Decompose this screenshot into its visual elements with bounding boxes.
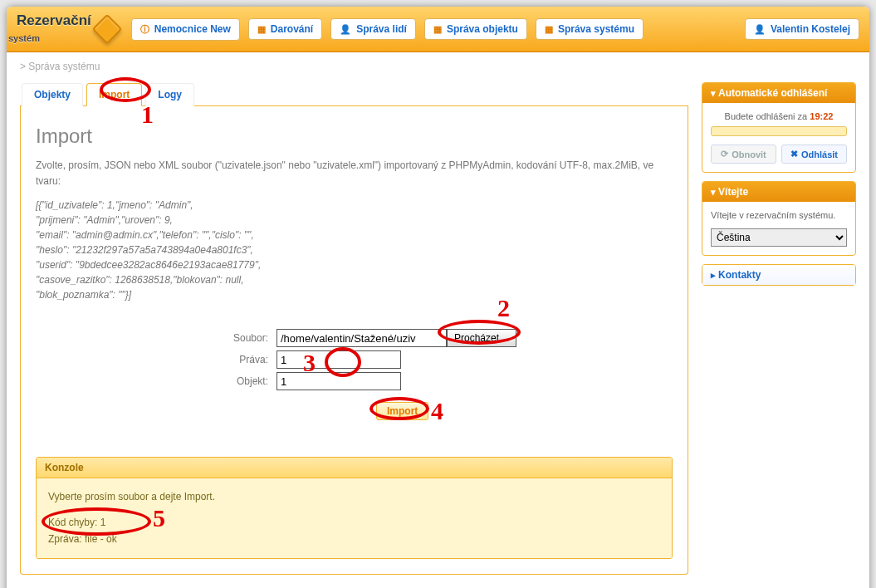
close-icon: ✖	[790, 149, 798, 159]
panel-kontakty-header[interactable]: Kontakty	[702, 265, 855, 285]
annotation-number-4: 4	[431, 397, 443, 425]
import-button[interactable]: Import	[376, 402, 428, 420]
logo-diamond-icon	[91, 14, 122, 45]
page-title: Import	[36, 125, 673, 148]
panel-logout: Automatické odhlášení Budete odhlášeni z…	[702, 82, 856, 173]
logout-time: 19:22	[810, 111, 833, 121]
nav-sprava-objektu[interactable]: ▦Správa objektu	[424, 18, 527, 40]
konzole-line-3: Zpráva: file - ok	[48, 531, 660, 547]
panel-kontakty: Kontakty	[702, 264, 856, 286]
row-objekt: Objekt:	[36, 372, 673, 390]
refresh-icon: ⟳	[721, 149, 728, 159]
label-soubor: Soubor:	[36, 332, 277, 344]
panel-welcome: Vítejte Vítejte v rezervačním systému. Č…	[702, 181, 856, 256]
label-objekt: Objekt:	[36, 375, 277, 387]
person-icon: 👤	[340, 24, 351, 35]
browse-button[interactable]: Procházet…	[447, 329, 516, 347]
logo-line2: systém	[8, 33, 40, 43]
top-nav: Rezervační systém ⓘNemocnice New ▦Darová…	[7, 7, 869, 52]
nav-darovani[interactable]: ▦Darování	[248, 18, 322, 40]
input-soubor-path[interactable]	[277, 329, 447, 347]
logout-progress	[711, 126, 847, 136]
welcome-text: Vítejte v rezervačním systému.	[711, 210, 847, 220]
logout-text: Budete odhlášeni za 19:22	[711, 111, 847, 121]
row-prava: Práva:	[36, 350, 673, 369]
json-example: [{"id_uzivatele": 1,"jmeno": "Admin", "p…	[36, 198, 673, 302]
grid-icon: ▦	[545, 24, 553, 35]
konzole-line-2: Kód chyby: 1	[48, 514, 660, 531]
nav-sprava-lidi[interactable]: 👤Správa lidí	[330, 18, 416, 40]
row-soubor: Soubor: Procházet…	[36, 329, 673, 347]
label-prava: Práva:	[36, 354, 277, 365]
tab-logy[interactable]: Logy	[145, 83, 194, 106]
tab-import[interactable]: Import	[86, 83, 142, 106]
panel-logout-header[interactable]: Automatické odhlášení	[702, 83, 855, 103]
tabs: Objekty Import Logy 1	[20, 82, 688, 106]
input-prava[interactable]	[277, 350, 401, 369]
breadcrumb: > Správa systému	[7, 52, 869, 74]
logo: Rezervační systém	[17, 12, 118, 46]
nav-sprava-systemu[interactable]: ▦Správa systému	[536, 18, 644, 40]
tab-objekty[interactable]: Objekty	[22, 83, 83, 106]
nav-user[interactable]: 👤Valentin Kostelej	[745, 18, 859, 40]
tab-content: Import Zvolte, prosím, JSON nebo XML sou…	[20, 106, 688, 575]
obnovit-button[interactable]: ⟳Obnovit	[711, 145, 776, 164]
input-objekt[interactable]	[277, 372, 401, 390]
nav-nemocnice[interactable]: ⓘNemocnice New	[131, 18, 240, 41]
info-icon: ⓘ	[140, 23, 149, 36]
person-icon: 👤	[754, 24, 766, 35]
instructions: Zvolte, prosím, JSON nebo XML soubor ("u…	[36, 158, 673, 189]
konzole-title: Konzole	[37, 458, 672, 478]
konzole-line-1: Vyberte prosím soubor a dejte Import.	[48, 488, 660, 505]
grid-icon: ▦	[433, 24, 442, 35]
odhlasit-button[interactable]: ✖Odhlásit	[781, 145, 847, 164]
logo-line1: Rezervační	[17, 12, 91, 28]
app-shell: Rezervační systém ⓘNemocnice New ▦Darová…	[7, 7, 869, 588]
language-select[interactable]: Čeština	[711, 228, 847, 247]
grid-icon: ▦	[257, 24, 266, 35]
konzole-panel: Konzole Vyberte prosím soubor a dejte Im…	[36, 457, 673, 558]
panel-welcome-header[interactable]: Vítejte	[702, 182, 855, 202]
